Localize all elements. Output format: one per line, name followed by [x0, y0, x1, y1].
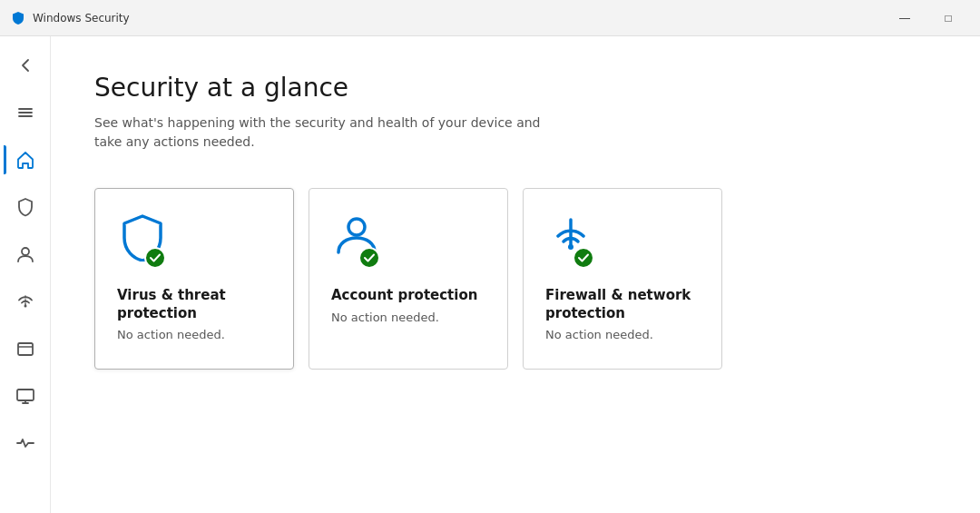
sidebar-item-appbrowser[interactable]	[4, 327, 47, 370]
status-badge-account	[358, 247, 380, 269]
sidebar-item-firewall[interactable]	[4, 280, 47, 323]
svg-point-11	[348, 219, 365, 235]
card-firewall-network[interactable]: Firewall & network protection No action …	[523, 188, 722, 370]
hamburger-icon	[16, 104, 34, 122]
card-title-virus: Virus & threat protection	[117, 287, 271, 322]
app-icon	[11, 11, 25, 25]
sidebar-item-menu[interactable]	[4, 91, 47, 134]
check-icon	[363, 252, 376, 264]
card-virus-threat[interactable]: Virus & threat protection No action need…	[94, 188, 294, 370]
card-icon-area-virus	[117, 211, 175, 269]
window-controls: — □	[884, 4, 969, 33]
sidebar-item-device[interactable]	[4, 374, 47, 418]
card-icon-area-firewall	[545, 211, 603, 269]
main-content: Security at a glance See what's happenin…	[51, 36, 980, 513]
sidebar-item-account[interactable]	[4, 232, 47, 276]
status-badge-firewall	[573, 247, 594, 269]
back-icon	[16, 56, 34, 74]
sidebar-item-health[interactable]	[4, 421, 47, 465]
window-title: Windows Security	[33, 12, 130, 25]
title-bar: Windows Security — □	[0, 0, 980, 36]
wifi-icon	[15, 291, 35, 311]
maximize-button[interactable]: □	[927, 4, 969, 33]
card-status-virus: No action needed.	[117, 328, 271, 341]
browser-icon	[15, 339, 35, 359]
page-title: Security at a glance	[94, 73, 936, 103]
sidebar	[0, 36, 51, 513]
title-bar-left: Windows Security	[11, 11, 130, 25]
app-body: Security at a glance See what's happenin…	[0, 36, 980, 513]
svg-point-3	[22, 248, 29, 255]
card-status-firewall: No action needed.	[545, 328, 700, 341]
page-subtitle: See what's happening with the security a…	[94, 113, 548, 152]
check-icon	[149, 252, 162, 264]
card-icon-area-account	[331, 211, 389, 269]
check-icon	[577, 252, 590, 264]
card-account-protection[interactable]: Account protection No action needed.	[309, 188, 508, 370]
svg-rect-8	[17, 390, 34, 400]
card-title-firewall: Firewall & network protection	[545, 287, 700, 322]
sidebar-item-virus[interactable]	[4, 185, 47, 229]
home-icon	[15, 150, 35, 170]
svg-rect-6	[18, 343, 33, 355]
person-icon	[15, 244, 35, 264]
health-icon	[15, 433, 35, 453]
sidebar-item-back[interactable]	[4, 44, 47, 87]
svg-point-13	[568, 244, 573, 250]
card-status-account: No action needed.	[331, 311, 485, 324]
card-title-account: Account protection	[331, 287, 485, 305]
minimize-button[interactable]: —	[884, 4, 926, 33]
sidebar-item-home[interactable]	[4, 138, 47, 182]
shield-icon	[15, 197, 35, 217]
monitor-icon	[15, 386, 35, 406]
cards-grid: Virus & threat protection No action need…	[94, 188, 936, 370]
status-badge-virus	[144, 247, 166, 269]
